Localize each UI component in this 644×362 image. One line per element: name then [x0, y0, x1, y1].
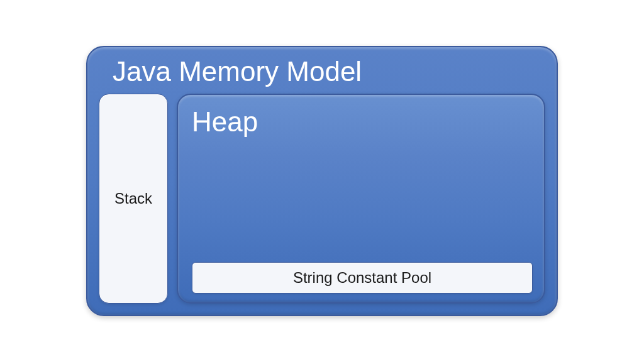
heap-box: Heap String Constant Pool [177, 94, 545, 304]
outer-title: Java Memory Model [113, 56, 545, 87]
string-pool-label: String Constant Pool [293, 269, 431, 287]
inner-row: Stack Heap String Constant Pool [99, 94, 545, 304]
heap-title: Heap [192, 106, 533, 138]
string-constant-pool-box: String Constant Pool [192, 262, 533, 293]
java-memory-model-container: Java Memory Model Stack Heap String Cons… [86, 46, 558, 316]
stack-box: Stack [99, 94, 168, 304]
stack-label: Stack [114, 190, 152, 207]
